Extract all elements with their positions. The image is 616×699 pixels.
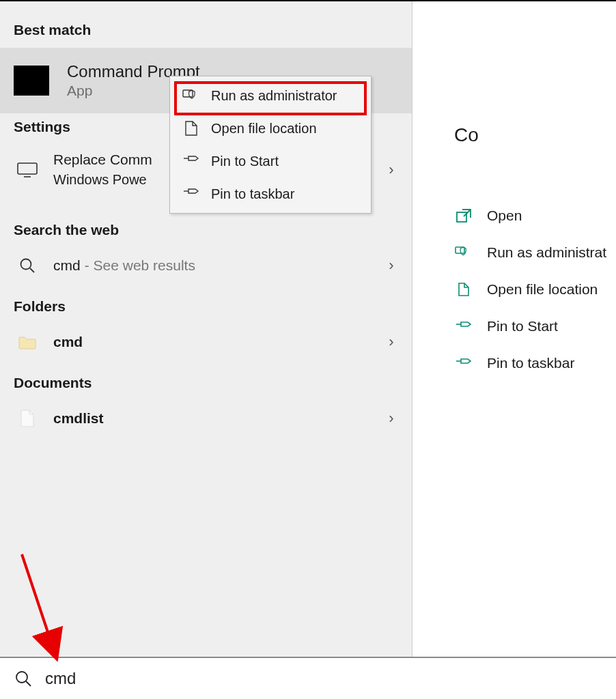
web-result-primary: cmd (53, 257, 81, 274)
context-run-as-admin-label: Run as administrator (211, 88, 337, 104)
file-location-icon (181, 120, 201, 137)
details-action-pin-taskbar-label: Pin to taskbar (487, 355, 574, 371)
settings-item-line1: Replace Comm (53, 152, 152, 168)
details-action-pin-start-label: Pin to Start (487, 318, 558, 334)
search-bar[interactable]: cmd (0, 657, 616, 699)
context-pin-to-taskbar[interactable]: Pin to taskbar (170, 177, 371, 210)
chevron-right-icon: › (384, 410, 398, 427)
documents-item-text: cmdlist (53, 410, 379, 427)
context-run-as-admin[interactable]: Run as administrator (170, 79, 371, 112)
svg-line-3 (30, 268, 34, 272)
svg-rect-9 (456, 247, 464, 253)
svg-point-2 (21, 259, 31, 270)
search-icon (14, 669, 33, 688)
web-result-text: cmd - See web results (53, 257, 379, 274)
pin-icon (181, 153, 201, 169)
svg-rect-4 (183, 90, 193, 97)
document-icon (14, 408, 41, 429)
details-actions: Open Run as administrat Open file locati… (454, 208, 616, 371)
details-action-pin-taskbar[interactable]: Pin to taskbar (454, 355, 616, 371)
documents-header: Documents (0, 369, 412, 401)
search-query: cmd (45, 669, 76, 688)
pin-icon (454, 319, 473, 334)
context-open-file-location[interactable]: Open file location (170, 112, 371, 145)
chevron-right-icon: › (384, 333, 398, 351)
search-icon (14, 255, 41, 276)
svg-line-14 (26, 681, 31, 686)
context-open-file-location-label: Open file location (211, 121, 317, 137)
context-pin-to-start[interactable]: Pin to Start (170, 145, 371, 177)
details-action-pin-start[interactable]: Pin to Start (454, 318, 616, 334)
monitor-icon (14, 159, 41, 181)
details-action-open-file-location-label: Open file location (487, 281, 598, 298)
web-result-cmd[interactable]: cmd - See web results › (0, 248, 412, 283)
context-pin-to-start-label: Pin to Start (211, 154, 279, 169)
pin-icon (454, 356, 473, 371)
details-action-open[interactable]: Open (454, 208, 616, 224)
command-prompt-icon (14, 66, 49, 96)
chevron-right-icon: › (384, 257, 398, 274)
folders-item-cmd[interactable]: cmd › (0, 324, 412, 360)
context-menu: Run as administrator Open file location … (169, 76, 372, 214)
web-header: Search the web (0, 216, 412, 248)
folders-item-text: cmd (53, 334, 379, 350)
details-action-open-label: Open (487, 208, 522, 224)
details-action-run-admin-label: Run as administrat (487, 244, 606, 261)
context-pin-to-taskbar-label: Pin to taskbar (211, 186, 294, 202)
svg-line-8 (464, 210, 471, 216)
details-action-open-file-location[interactable]: Open file location (454, 281, 616, 298)
open-icon (454, 208, 473, 223)
svg-rect-7 (457, 212, 466, 222)
svg-point-13 (16, 672, 27, 683)
details-pane: Co Open Run as administrat Open file loc… (413, 1, 616, 657)
chevron-right-icon: › (384, 161, 398, 179)
shield-icon (181, 87, 201, 104)
folders-header: Folders (0, 293, 412, 324)
details-title: Co (454, 124, 616, 146)
folder-icon (14, 331, 41, 353)
svg-rect-0 (18, 163, 37, 174)
pin-icon (181, 186, 201, 202)
details-action-run-admin[interactable]: Run as administrat (454, 244, 616, 261)
file-location-icon (454, 282, 473, 297)
documents-item-cmdlist[interactable]: cmdlist › (0, 401, 412, 436)
best-match-header: Best match (0, 16, 412, 48)
web-result-secondary: - See web results (85, 257, 195, 274)
shield-icon (454, 245, 473, 260)
